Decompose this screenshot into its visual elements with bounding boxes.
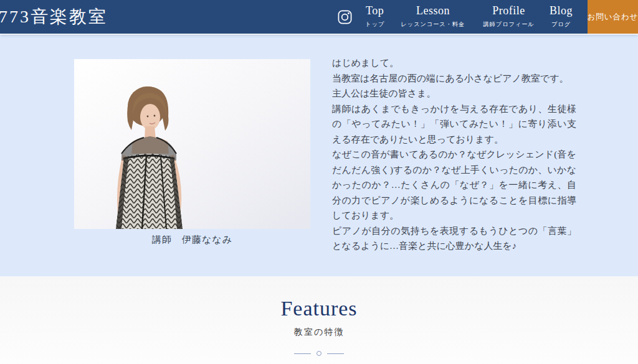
instructor-portrait-illustration [74,59,310,229]
greeting-paragraph: なぜこの音が書いてあるのか？なぜクレッシェンド(音をだんだん強く)するのか？なぜ… [332,147,576,223]
features-section: Features 教室の特徴 [0,276,638,364]
nav-item-profile[interactable]: Profile 講師プロフィール [481,2,536,31]
greeting-text: はじめまして。 当教室は名古屋の西の端にある小さなピアノ教室です。 主人公は生徒… [332,55,576,254]
instagram-icon[interactable] [338,10,352,24]
nav-menu: Top トップ Lesson レッスンコース・料金 Profile 講師プロフィ… [338,0,638,34]
instructor-caption: 講師 伊藤ななみ [74,234,310,246]
greeting-paragraph: 主人公は生徒の皆さま。 [332,86,576,101]
nav-item-blog-sublabel: ブログ [550,20,571,28]
nav-item-blog[interactable]: Blog ブログ [550,2,573,31]
nav-item-lesson-label: Lesson [398,5,467,17]
divider-circle-icon [317,351,321,356]
instructor-photo [74,59,310,229]
nav-item-top-label: Top [364,5,386,17]
greeting-paragraph: 当教室は名古屋の西の端にある小さなピアノ教室です。 [332,71,576,86]
contact-button[interactable]: お問い合わせ [588,0,638,34]
nav-item-blog-label: Blog [550,5,573,17]
features-title: Features [0,276,638,320]
nav-item-profile-label: Profile [481,5,536,17]
nav-item-top-sublabel: トップ [365,20,384,28]
greeting-paragraph: はじめまして。 [332,55,576,71]
greeting-paragraph: ピアノが自分の気持ちを表現するもうひとつの「言葉」となるように…音楽と共に心豊か… [332,223,576,254]
greeting-paragraph: 講師はあくまでもきっかけを与える存在であり、生徒様の「やってみたい！」「弾いてみ… [332,101,576,147]
divider-line-left [294,353,311,354]
divider-line-right [327,353,344,354]
nav-item-lesson[interactable]: Lesson レッスンコース・料金 [398,2,467,31]
section-divider [0,351,638,356]
nav-item-profile-sublabel: 講師プロフィール [483,20,534,28]
site-logo[interactable]: 773音楽教室 [0,0,108,34]
greeting-section: 講師 伊藤ななみ はじめまして。 当教室は名古屋の西の端にある小さなピアノ教室で… [0,35,638,276]
nav-item-lesson-sublabel: レッスンコース・料金 [401,20,465,28]
nav-items: Top トップ Lesson レッスンコース・料金 Profile 講師プロフィ… [364,2,573,31]
nav-item-top[interactable]: Top トップ [364,2,386,31]
navbar: 773音楽教室 Top トップ Lesson レッスンコース・料金 Profil… [0,0,638,34]
features-subtitle: 教室の特徴 [0,327,638,338]
